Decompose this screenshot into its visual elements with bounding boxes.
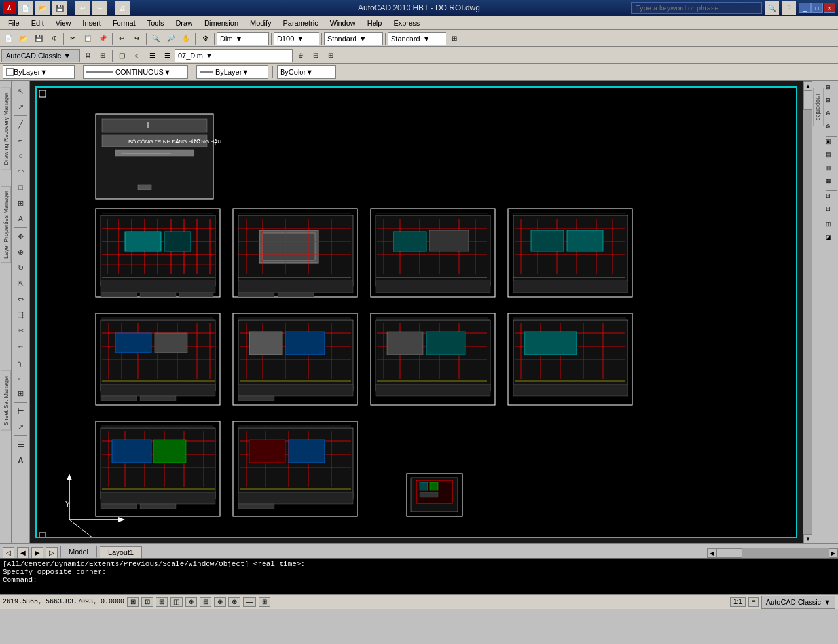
rt-btn8[interactable]: ▦ <box>826 177 837 189</box>
tb-extra1[interactable]: ⊞ <box>447 31 462 46</box>
tool-rect[interactable]: □ <box>14 180 28 194</box>
menu-parametric[interactable]: Parametric <box>278 18 323 28</box>
ortho-button[interactable]: ◫ <box>170 597 183 607</box>
rt-btn2[interactable]: ⊟ <box>826 97 837 109</box>
tool-select[interactable]: ↖ <box>14 84 28 98</box>
scroll-track-v[interactable] <box>803 90 812 534</box>
search-input[interactable] <box>631 2 762 14</box>
plotstyle-dropdown[interactable]: ByColor ▼ <box>277 65 336 79</box>
rt-btn10[interactable]: ⊟ <box>826 206 837 217</box>
tb-plot[interactable]: 🖨 <box>46 31 61 46</box>
polar-button[interactable]: ⊕ <box>185 597 197 607</box>
tool-rotate[interactable]: ↻ <box>14 260 28 275</box>
undo-button[interactable]: ↩ <box>75 1 90 15</box>
tb-copy[interactable]: 📋 <box>81 31 95 46</box>
standard2-dropdown[interactable]: Standard ▼ <box>388 32 446 45</box>
menu-modify[interactable]: Modify <box>245 18 276 28</box>
tool-trim[interactable]: ✂ <box>14 323 28 338</box>
tool-text[interactable]: A <box>14 211 28 226</box>
menu-help[interactable]: Help <box>362 18 388 28</box>
menu-dimension[interactable]: Dimension <box>199 18 244 28</box>
hscroll-right[interactable]: ▶ <box>829 548 838 558</box>
layer-prev[interactable]: ◁ <box>130 48 144 63</box>
menu-draw[interactable]: Draw <box>170 18 198 28</box>
menu-express[interactable]: Express <box>388 18 425 28</box>
tool-select2[interactable]: ↗ <box>14 99 28 114</box>
vertical-scrollbar[interactable]: ▲ ▼ <box>803 81 812 543</box>
menu-file[interactable]: File <box>3 18 25 28</box>
menu-edit[interactable]: Edit <box>26 18 49 28</box>
tpmode-button[interactable]: ⊞ <box>259 597 270 607</box>
close-button[interactable]: × <box>824 3 835 13</box>
hscroll-left[interactable]: ◀ <box>707 548 716 558</box>
tb-properties[interactable]: ⚙ <box>198 31 212 46</box>
layer-tools3[interactable]: ⊞ <box>323 48 338 63</box>
tool-leader[interactable]: ↗ <box>14 420 28 434</box>
hscroll-thumb[interactable] <box>716 548 742 558</box>
command-line[interactable]: [All/Center/Dynamic/Extents/Previous/Sca… <box>0 558 838 594</box>
tool-chamfer[interactable]: ⌐ <box>14 370 28 385</box>
viewport-scale[interactable]: 1:1 <box>730 597 746 607</box>
menu-insert[interactable]: Insert <box>77 18 106 28</box>
tb-redo[interactable]: ↪ <box>130 31 144 46</box>
tb-save[interactable]: 💾 <box>31 31 46 46</box>
menu-view[interactable]: View <box>50 18 77 28</box>
rt-btn6[interactable]: ▤ <box>826 151 837 163</box>
rt-btn4[interactable]: ⊗ <box>826 123 837 135</box>
zoom-bar[interactable]: ≡ <box>748 597 759 607</box>
new-button[interactable]: 📄 <box>18 1 33 15</box>
tb-new[interactable]: 📄 <box>1 31 16 46</box>
tb-cut[interactable]: ✂ <box>65 31 80 46</box>
drawing-recovery-tab[interactable]: Drawing Recovery Manager <box>1 88 11 170</box>
ws-settings2[interactable]: ⊞ <box>96 48 110 63</box>
rt-btn12[interactable]: ◪ <box>826 234 837 245</box>
open-button[interactable]: 📂 <box>35 1 50 15</box>
model-button[interactable]: ⊞ <box>127 597 139 607</box>
scroll-down[interactable]: ▼ <box>803 534 812 543</box>
next-btn[interactable]: ▶ <box>31 547 43 558</box>
layer-properties-tab[interactable]: Layer Properties Manager <box>1 186 11 263</box>
linetype-dropdown[interactable]: CONTINUOUS ▼ <box>83 65 188 79</box>
menu-format[interactable]: Format <box>107 18 141 28</box>
tb-paste[interactable]: 📌 <box>96 31 110 46</box>
tool-extend[interactable]: ↔ <box>14 339 28 353</box>
tool-offset[interactable]: ⇶ <box>14 308 28 322</box>
print-button[interactable]: 🖨 <box>115 1 130 15</box>
layer-next[interactable]: ☰ <box>145 48 159 63</box>
osnap-button[interactable]: ⊟ <box>200 597 211 607</box>
snap-button[interactable]: ⊡ <box>141 597 153 607</box>
tool-mirror[interactable]: ⇔ <box>14 292 28 306</box>
tool-polyline[interactable]: ⌐ <box>14 133 28 147</box>
otrack-button[interactable]: ⊕ <box>214 597 226 607</box>
tool-dim[interactable]: ⊢ <box>14 404 28 418</box>
layer-tools1[interactable]: ⊕ <box>293 48 308 63</box>
hscrollbar[interactable]: ◀ ▶ <box>707 548 838 558</box>
tab-model[interactable]: Model <box>60 546 97 558</box>
dim-dropdown[interactable]: Dim ▼ <box>217 32 269 45</box>
layer-state[interactable]: ◫ <box>115 48 129 63</box>
layer-tools2[interactable]: ⊟ <box>308 48 323 63</box>
rt-btn9[interactable]: ⊞ <box>826 192 837 204</box>
tab-layout1[interactable]: Layout1 <box>100 546 142 558</box>
workspace-dropdown[interactable]: AutoCAD Classic ▼ <box>1 49 80 62</box>
tool-font[interactable]: A <box>14 453 28 467</box>
scroll-up[interactable]: ▲ <box>803 81 812 90</box>
maximize-button[interactable]: □ <box>811 3 823 13</box>
tool-layer[interactable]: ☰ <box>14 437 28 452</box>
tool-array[interactable]: ⊞ <box>14 386 28 401</box>
sheet-set-tab[interactable]: Sheet Set Manager <box>1 370 11 431</box>
search-icon[interactable]: 🔍 <box>765 1 779 15</box>
tool-arc[interactable]: ◠ <box>14 164 28 179</box>
next-layout-btn[interactable]: ▷ <box>46 547 58 558</box>
tb-undo[interactable]: ↩ <box>115 31 129 46</box>
lineweight-dropdown[interactable]: ByLayer ▼ <box>196 65 268 79</box>
scroll-thumb-v[interactable] <box>803 90 812 110</box>
hscroll-track[interactable] <box>716 548 829 558</box>
menu-window[interactable]: Window <box>325 18 361 28</box>
prev-layout-btn[interactable]: ◁ <box>3 547 14 558</box>
layer-dropdown[interactable]: 07_Dim ▼ <box>175 49 293 62</box>
rt-btn11[interactable]: ◫ <box>826 221 837 232</box>
save-button[interactable]: 💾 <box>52 1 67 15</box>
tool-scale[interactable]: ⇱ <box>14 276 28 291</box>
tb-open[interactable]: 📂 <box>16 31 31 46</box>
